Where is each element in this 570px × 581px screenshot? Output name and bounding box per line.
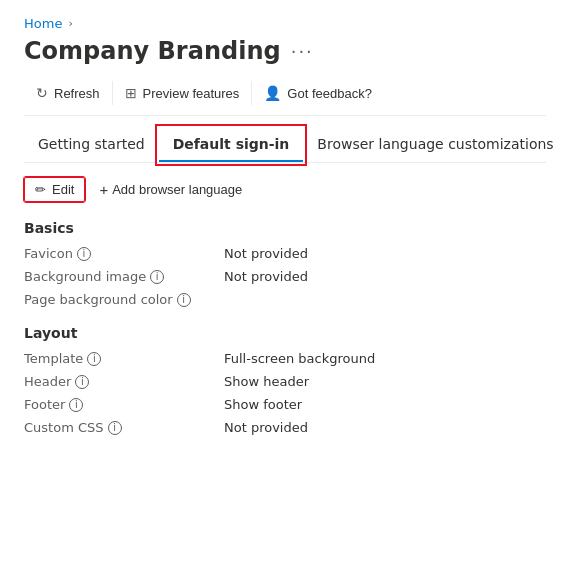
feedback-icon: 👤 bbox=[264, 85, 281, 101]
page-bg-color-info-icon[interactable]: i bbox=[177, 293, 191, 307]
edit-button[interactable]: ✏ Edit bbox=[24, 177, 85, 202]
header-value: Show header bbox=[224, 374, 546, 389]
footer-value: Show footer bbox=[224, 397, 546, 412]
page-title: Company Branding bbox=[24, 37, 281, 65]
refresh-label: Refresh bbox=[54, 86, 100, 101]
feedback-button[interactable]: 👤 Got feedback? bbox=[252, 81, 384, 105]
basics-section: Basics Favicon i Not provided Background… bbox=[24, 220, 546, 307]
tab-getting-started[interactable]: Getting started bbox=[24, 128, 159, 162]
layout-property-grid: Template i Full-screen background Header… bbox=[24, 351, 546, 435]
template-label: Template i bbox=[24, 351, 224, 366]
edit-label: Edit bbox=[52, 182, 74, 197]
background-image-info-icon[interactable]: i bbox=[150, 270, 164, 284]
favicon-label: Favicon i bbox=[24, 246, 224, 261]
breadcrumb-separator: › bbox=[68, 17, 72, 30]
template-value: Full-screen background bbox=[224, 351, 546, 366]
layout-section-title: Layout bbox=[24, 325, 546, 341]
action-bar: ✏ Edit + Add browser language bbox=[24, 177, 546, 202]
tab-default-signin[interactable]: Default sign-in bbox=[159, 128, 304, 162]
footer-label: Footer i bbox=[24, 397, 224, 412]
custom-css-label: Custom CSS i bbox=[24, 420, 224, 435]
more-options-icon[interactable]: ··· bbox=[291, 41, 314, 62]
background-image-value: Not provided bbox=[224, 269, 546, 284]
page-bg-color-label: Page background color i bbox=[24, 292, 224, 307]
favicon-value: Not provided bbox=[224, 246, 546, 261]
footer-info-icon[interactable]: i bbox=[69, 398, 83, 412]
edit-icon: ✏ bbox=[35, 182, 46, 197]
tab-browser-lang[interactable]: Browser language customizations bbox=[303, 128, 567, 162]
favicon-info-icon[interactable]: i bbox=[77, 247, 91, 261]
preview-features-button[interactable]: ⊞ Preview features bbox=[113, 81, 253, 105]
add-browser-label: Add browser language bbox=[112, 182, 242, 197]
preview-label: Preview features bbox=[143, 86, 240, 101]
toolbar: ↻ Refresh ⊞ Preview features 👤 Got feedb… bbox=[24, 81, 546, 116]
background-image-label: Background image i bbox=[24, 269, 224, 284]
preview-icon: ⊞ bbox=[125, 85, 137, 101]
plus-icon: + bbox=[99, 181, 108, 198]
tabs-row: Getting started Default sign-in Browser … bbox=[24, 128, 546, 163]
layout-section: Layout Template i Full-screen background… bbox=[24, 325, 546, 435]
add-browser-language-button[interactable]: + Add browser language bbox=[99, 181, 242, 198]
basics-property-grid: Favicon i Not provided Background image … bbox=[24, 246, 546, 307]
refresh-icon: ↻ bbox=[36, 85, 48, 101]
breadcrumb-home[interactable]: Home bbox=[24, 16, 62, 31]
page-title-row: Company Branding ··· bbox=[24, 37, 546, 65]
header-info-icon[interactable]: i bbox=[75, 375, 89, 389]
template-info-icon[interactable]: i bbox=[87, 352, 101, 366]
custom-css-value: Not provided bbox=[224, 420, 546, 435]
breadcrumb: Home › bbox=[24, 16, 546, 31]
header-label: Header i bbox=[24, 374, 224, 389]
refresh-button[interactable]: ↻ Refresh bbox=[24, 81, 113, 105]
feedback-label: Got feedback? bbox=[287, 86, 372, 101]
basics-section-title: Basics bbox=[24, 220, 546, 236]
page-bg-color-value bbox=[224, 292, 546, 307]
custom-css-info-icon[interactable]: i bbox=[108, 421, 122, 435]
